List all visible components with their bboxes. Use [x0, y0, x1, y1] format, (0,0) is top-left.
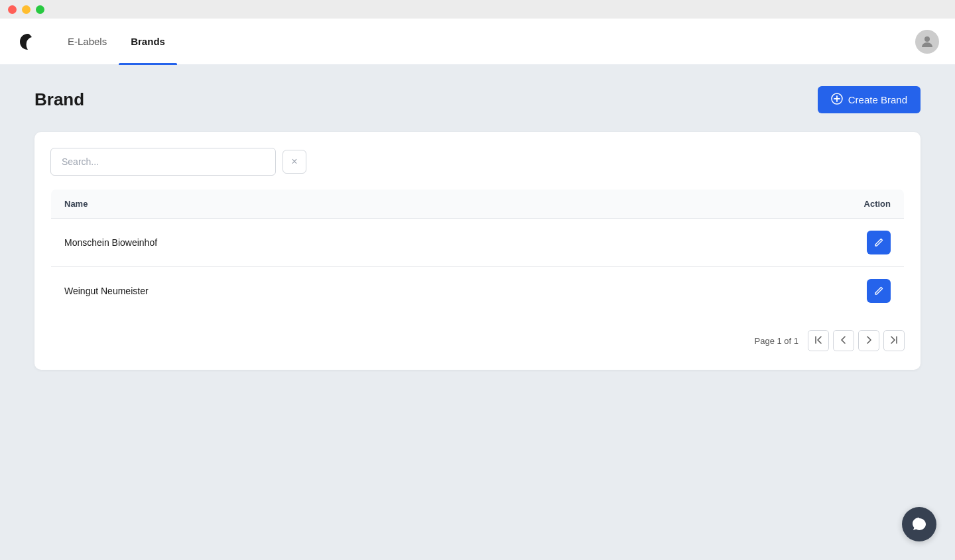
- chat-bubble-button[interactable]: [902, 507, 936, 541]
- logo[interactable]: [16, 30, 40, 54]
- create-brand-button[interactable]: Create Brand: [818, 86, 921, 113]
- page-header: Brand Create Brand: [34, 86, 921, 113]
- table-row: Monschein Bioweinhof: [51, 219, 905, 267]
- create-brand-label: Create Brand: [848, 94, 907, 105]
- search-input[interactable]: [50, 148, 276, 176]
- create-plus-icon: [831, 93, 843, 107]
- chevron-right-icon: [864, 335, 873, 347]
- search-input-wrap: [50, 148, 276, 176]
- brand-name-cell: Weingut Neumeister: [51, 267, 641, 315]
- main-content: Brand Create Brand × N: [0, 65, 955, 391]
- nav-link-elabels[interactable]: E-Labels: [56, 19, 119, 65]
- close-icon: ×: [291, 156, 297, 168]
- next-page-button[interactable]: [858, 330, 879, 351]
- chevron-left-icon: [839, 335, 848, 347]
- brand-name-cell: Monschein Bioweinhof: [51, 219, 641, 267]
- titlebar: [0, 0, 955, 19]
- column-header-action: Action: [640, 190, 904, 219]
- brand-card: × Name Action Monschein Bioweinhof: [34, 132, 921, 370]
- avatar[interactable]: [915, 30, 939, 54]
- traffic-light-red[interactable]: [8, 5, 17, 14]
- column-header-name: Name: [51, 190, 641, 219]
- table-header-row: Name Action: [51, 190, 905, 219]
- nav-link-brands[interactable]: Brands: [119, 19, 177, 65]
- nav-links: E-Labels Brands: [56, 19, 915, 65]
- first-page-icon: [814, 335, 823, 347]
- search-row: ×: [50, 148, 905, 176]
- table-row: Weingut Neumeister: [51, 267, 905, 315]
- page-info: Page 1 of 1: [755, 336, 799, 346]
- traffic-light-yellow[interactable]: [22, 5, 31, 14]
- brands-table: Name Action Monschein Bioweinhof Weingut…: [50, 189, 905, 315]
- pagination-row: Page 1 of 1: [50, 330, 905, 351]
- clear-search-button[interactable]: ×: [283, 150, 306, 174]
- svg-point-0: [924, 36, 930, 42]
- first-page-button[interactable]: [808, 330, 829, 351]
- navbar: E-Labels Brands: [0, 19, 955, 65]
- action-cell: [640, 267, 904, 315]
- page-title: Brand: [34, 89, 84, 110]
- edit-brand-button[interactable]: [867, 231, 891, 254]
- action-cell: [640, 219, 904, 267]
- prev-page-button[interactable]: [833, 330, 854, 351]
- last-page-icon: [889, 335, 899, 347]
- last-page-button[interactable]: [883, 330, 905, 351]
- edit-brand-button[interactable]: [867, 279, 891, 303]
- traffic-light-green[interactable]: [36, 5, 44, 14]
